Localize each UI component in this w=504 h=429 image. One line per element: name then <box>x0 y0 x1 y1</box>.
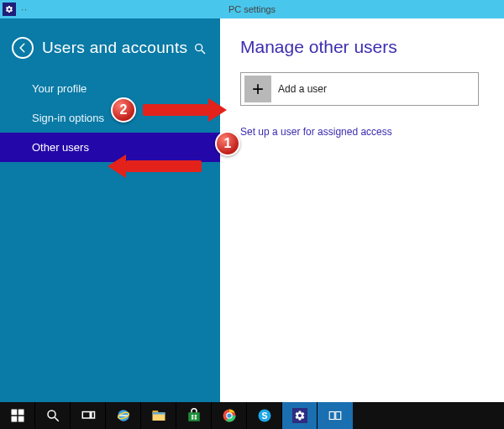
svg-rect-19 <box>194 417 196 419</box>
taskbar-task-view-button[interactable] <box>71 402 106 429</box>
svg-rect-17 <box>194 415 196 416</box>
svg-rect-25 <box>292 408 307 423</box>
svg-rect-2 <box>11 410 17 416</box>
page-heading: Manage other users <box>240 37 489 57</box>
add-user-label: Add a user <box>278 83 327 95</box>
taskbar-ie-button[interactable] <box>106 402 141 429</box>
plus-icon: + <box>244 76 271 102</box>
annotation-badge-1: 1 <box>215 131 240 156</box>
svg-rect-4 <box>11 416 17 422</box>
titlebar-menu-indicator: ·· <box>21 4 28 14</box>
svg-point-6 <box>48 411 55 418</box>
sidebar-title: Users and accounts <box>42 39 187 57</box>
taskbar-app-group-button[interactable] <box>318 402 353 429</box>
sidebar: Users and accounts Your profile Sign-in … <box>0 18 220 402</box>
svg-rect-26 <box>329 412 334 420</box>
svg-rect-14 <box>152 412 165 414</box>
svg-rect-8 <box>82 412 90 419</box>
assigned-access-link[interactable]: Set up a user for assigned access <box>240 126 489 138</box>
svg-text:S: S <box>261 411 267 421</box>
svg-rect-16 <box>192 415 193 416</box>
annotation-badge-2: 2 <box>111 97 136 123</box>
sidebar-item-label: Sign-in options <box>32 112 104 124</box>
taskbar-search-button[interactable] <box>35 402 71 429</box>
sidebar-header: Users and accounts <box>0 29 220 74</box>
svg-rect-9 <box>91 412 94 419</box>
svg-rect-27 <box>336 412 341 420</box>
taskbar-start-button[interactable] <box>0 402 35 429</box>
taskbar-pc-settings-button[interactable] <box>282 402 318 429</box>
svg-line-1 <box>202 50 205 54</box>
app-body: Users and accounts Your profile Sign-in … <box>0 18 504 402</box>
svg-point-22 <box>227 413 231 417</box>
svg-point-0 <box>196 44 202 51</box>
taskbar-chrome-button[interactable] <box>212 402 247 429</box>
taskbar-skype-button[interactable]: S <box>247 402 282 429</box>
sidebar-item-your-profile[interactable]: Your profile <box>0 74 220 103</box>
svg-rect-3 <box>18 410 24 416</box>
sidebar-item-label: Other users <box>32 141 89 154</box>
taskbar-store-button[interactable] <box>176 402 212 429</box>
svg-rect-15 <box>188 412 200 421</box>
content-pane: Manage other users + Add a user Set up a… <box>220 18 504 402</box>
search-icon[interactable] <box>193 42 207 55</box>
titlebar: ·· PC settings <box>0 0 504 18</box>
window-title: PC settings <box>228 4 276 14</box>
add-user-button[interactable]: + Add a user <box>240 72 479 106</box>
svg-line-7 <box>55 417 59 421</box>
back-button[interactable] <box>12 37 34 59</box>
svg-rect-18 <box>192 417 193 419</box>
pc-settings-icon <box>3 3 16 16</box>
taskbar-file-explorer-button[interactable] <box>141 402 176 429</box>
sidebar-item-label: Your profile <box>32 82 87 95</box>
svg-rect-5 <box>18 416 24 422</box>
taskbar: S <box>0 402 504 429</box>
